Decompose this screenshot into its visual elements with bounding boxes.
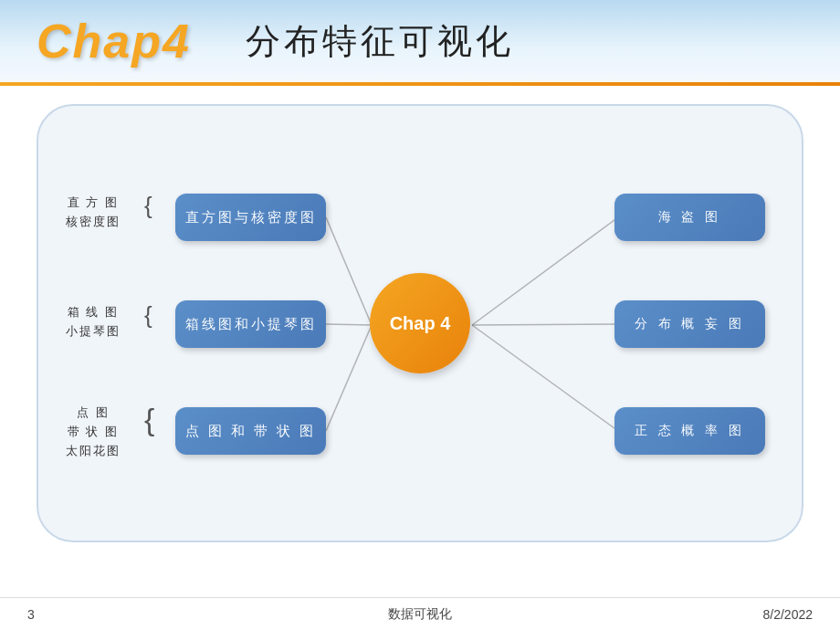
footer-date: 8/2/2022	[763, 607, 814, 622]
brace-3: {	[144, 404, 154, 435]
left-box-3: 点 图 和 带 状 图	[175, 407, 326, 455]
left-box-1: 直方图与核密度图	[175, 194, 326, 241]
page-title: 分布特征可视化	[246, 18, 514, 65]
center-label: Chap 4	[390, 313, 451, 334]
footer: 3 数据可视化 8/2/2022	[0, 597, 840, 630]
left-label-3: 点 图 带 状 图 太阳花图	[66, 404, 121, 460]
main-content: Chap 4 直 方 图 核密度图 { 箱 线 图 小提琴图 { 点 图 带 状…	[0, 86, 840, 597]
left-box-2: 箱线图和小提琴图	[175, 300, 326, 348]
svg-line-2	[326, 325, 372, 431]
diagram-container: Chap 4 直 方 图 核密度图 { 箱 线 图 小提琴图 { 点 图 带 状…	[37, 104, 803, 542]
chap-label: Chap4	[37, 14, 191, 68]
svg-line-5	[472, 325, 618, 431]
svg-line-4	[472, 324, 618, 325]
right-box-1: 海 盗 图	[614, 194, 765, 241]
svg-line-1	[326, 324, 372, 325]
brace-1: {	[144, 194, 152, 217]
svg-line-3	[472, 217, 618, 325]
page-number: 3	[27, 607, 35, 622]
header: Chap4 分布特征可视化	[0, 0, 840, 82]
footer-center-text: 数据可视化	[388, 606, 452, 623]
left-label-2: 箱 线 图 小提琴图	[66, 303, 121, 341]
right-box-2: 分 布 概 妄 图	[614, 300, 765, 348]
right-box-3: 正 态 概 率 图	[614, 407, 765, 455]
brace-2: {	[144, 303, 152, 327]
center-circle: Chap 4	[370, 273, 470, 373]
left-label-1: 直 方 图 核密度图	[66, 194, 121, 232]
svg-line-0	[326, 217, 372, 325]
